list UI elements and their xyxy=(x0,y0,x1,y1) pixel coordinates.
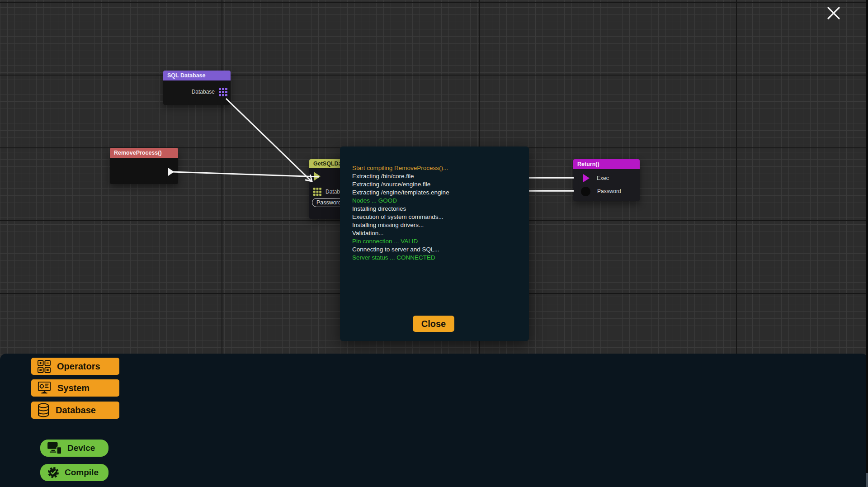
node-return[interactable]: Return() Exec Password xyxy=(573,159,640,201)
node-title: SQL Database xyxy=(163,71,231,80)
log-line: Extracting /source/engine.file xyxy=(352,180,522,189)
system-label: System xyxy=(57,383,90,393)
system-button[interactable]: System xyxy=(31,379,119,397)
log-line: Start compiling RemoveProcess()... xyxy=(352,164,522,172)
wire-exec-removeprocess-to-getsqldata xyxy=(172,172,319,177)
close-icon[interactable] xyxy=(825,5,843,23)
device-label: Device xyxy=(67,443,95,453)
log-line: Server status ... CONNECTED xyxy=(352,254,522,262)
pin-label-password: Password xyxy=(597,188,621,194)
log-line: Validation... xyxy=(352,229,522,237)
operators-icon xyxy=(37,359,51,374)
palette-panel: Operators System xyxy=(0,354,868,487)
node-sql-database[interactable]: SQL Database Database xyxy=(163,71,231,105)
node-remove-process[interactable]: RemoveProcess() xyxy=(110,148,178,184)
node-title: RemoveProcess() xyxy=(110,148,178,158)
close-button[interactable]: Close xyxy=(413,316,454,332)
wire-database-to-getsqldata xyxy=(226,99,311,180)
exec-input-pin-icon[interactable] xyxy=(314,172,321,181)
log-line: Execution of system commands... xyxy=(352,213,522,221)
pin-label-database: Database xyxy=(192,89,215,95)
compile-log: Start compiling RemoveProcess()... Extra… xyxy=(352,164,522,262)
node-body: Database xyxy=(163,80,231,105)
database-button[interactable]: Database xyxy=(31,402,119,419)
compile-label: Compile xyxy=(65,468,99,478)
node-editor-canvas[interactable]: SQL Database Database RemoveProcess() xyxy=(0,0,868,487)
compile-icon xyxy=(47,466,60,479)
exec-output-pin-icon[interactable] xyxy=(168,168,174,176)
log-line: Pin connection ... VALID xyxy=(352,237,522,246)
node-body: Exec Password xyxy=(573,169,640,201)
scrollbar-thumb[interactable] xyxy=(866,473,868,487)
log-line: Nodes ... GOOD xyxy=(352,197,522,205)
log-line: Extracting /bin/core.file xyxy=(352,172,522,180)
system-icon xyxy=(37,381,52,395)
compile-log-modal: Start compiling RemoveProcess()... Extra… xyxy=(340,147,529,341)
password-input-pin-icon[interactable] xyxy=(581,187,590,196)
compile-button[interactable]: Compile xyxy=(40,464,108,481)
log-line: Connecting to server and SQL... xyxy=(352,246,522,254)
database-label: Database xyxy=(56,405,96,416)
node-body xyxy=(110,158,178,184)
database-grid-pin-icon[interactable] xyxy=(219,88,227,96)
node-title: Return() xyxy=(573,159,640,169)
operators-label: Operators xyxy=(57,361,100,372)
device-icon xyxy=(47,442,62,454)
exec-input-pin-icon[interactable] xyxy=(583,174,590,182)
log-line: Installing directories xyxy=(352,205,522,213)
database-icon xyxy=(37,403,50,417)
pin-label-exec: Exec xyxy=(597,175,609,181)
device-button[interactable]: Device xyxy=(40,440,108,457)
database-grid-pin-icon[interactable] xyxy=(313,188,321,196)
operators-button[interactable]: Operators xyxy=(31,358,119,375)
log-line: Installing missing drivers... xyxy=(352,221,522,229)
log-line: Extracting /engine/templates.engine xyxy=(352,189,522,197)
scrollbar-track[interactable] xyxy=(866,0,868,487)
